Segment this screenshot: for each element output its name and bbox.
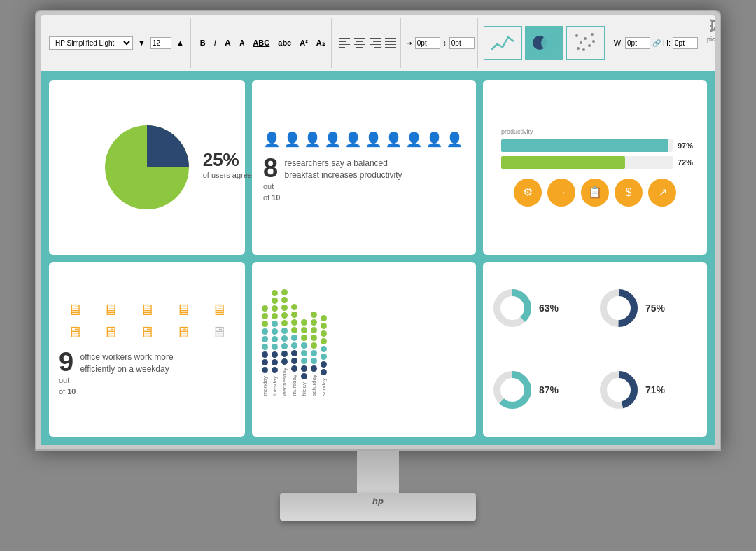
- icon-buttons-container: ⚙ → 📋 $ ↗: [491, 179, 699, 207]
- font-size-down[interactable]: ▼: [134, 36, 149, 49]
- abc2-button[interactable]: abc: [274, 36, 295, 49]
- progress-pct-2: 72%: [678, 158, 699, 167]
- person-icon-3: 👤: [304, 131, 321, 148]
- dot-col-friday: friday: [301, 319, 307, 396]
- dot: [272, 351, 278, 358]
- bold-button[interactable]: B: [197, 36, 209, 49]
- dot: [321, 354, 327, 360]
- line-chart-icon[interactable]: [484, 26, 522, 60]
- dot: [281, 297, 288, 303]
- donut-svg-63: [491, 287, 533, 329]
- computer-icon-6: 🖥: [59, 323, 91, 342]
- dot: [272, 328, 278, 335]
- align-group: [335, 18, 401, 68]
- person-icon-10: 👤: [446, 131, 463, 148]
- pie-label: of users agree: [203, 171, 252, 179]
- dot: [321, 315, 327, 321]
- computer-fraction: outof 10: [59, 375, 76, 397]
- day-label-thursday: thursday: [291, 375, 298, 396]
- height-input[interactable]: [673, 37, 698, 49]
- dot: [281, 351, 288, 357]
- dot: [272, 305, 278, 312]
- donut-svg-75: [598, 287, 640, 329]
- monitor: HP Simplified Light ▼ ▲ B I A A ABC abc …: [28, 10, 728, 542]
- computer-icon-5: 🖥: [203, 301, 235, 319]
- dot: [281, 328, 288, 334]
- align-right-icon[interactable]: [368, 36, 382, 49]
- scatter-chart-icon[interactable]: [566, 26, 605, 60]
- font-size-up[interactable]: ▲: [173, 36, 188, 49]
- dot: [262, 344, 268, 350]
- dot: [262, 321, 268, 327]
- dot: [281, 358, 288, 365]
- computer-icon-8: 🖥: [131, 323, 163, 342]
- progress-card: productivity 97% 72%: [483, 80, 707, 255]
- donut-pct-71: 71%: [645, 384, 665, 396]
- font-family-select[interactable]: HP Simplified Light: [49, 36, 133, 50]
- spacing-input[interactable]: [449, 37, 475, 49]
- progress-wrapper: productivity 97% 72%: [491, 128, 699, 173]
- person-icon-5: 👤: [344, 131, 362, 148]
- dot: [311, 342, 317, 349]
- dot-group-sunday: [321, 315, 327, 375]
- align-left-icon[interactable]: [337, 36, 351, 49]
- day-label-friday: friday: [301, 382, 307, 396]
- dot: [321, 369, 327, 375]
- font-size-input[interactable]: [150, 37, 172, 49]
- dot: [272, 290, 278, 296]
- italic-button[interactable]: I: [211, 36, 220, 49]
- person-icon-9: 👤: [426, 131, 443, 148]
- dot: [262, 367, 268, 373]
- progress-fill-2: [501, 156, 625, 169]
- chart-up-icon-btn[interactable]: ↗: [648, 179, 676, 207]
- dot-chart-container: monday: [262, 305, 466, 396]
- dot: [321, 346, 327, 352]
- dot: [301, 319, 307, 326]
- dot-col-tuesday: tuesday: [272, 290, 278, 396]
- circle-chart-icon[interactable]: [525, 26, 564, 60]
- gear-icon-btn[interactable]: ⚙: [514, 179, 542, 207]
- width-input[interactable]: [625, 37, 650, 49]
- dot: [262, 313, 268, 319]
- style-group: B I A A ABC abc A² A₂: [194, 18, 332, 68]
- screen: HP Simplified Light ▼ ▲ B I A A ABC abc …: [41, 15, 715, 445]
- superscript-button[interactable]: A²: [296, 36, 312, 49]
- dot-col-sunday: sunday: [321, 315, 327, 396]
- line-chart-svg: [489, 30, 517, 55]
- donut-item-75: 75%: [598, 270, 699, 347]
- dot: [321, 330, 327, 337]
- computer-icon-4: 🖥: [167, 301, 200, 319]
- toolbar: HP Simplified Light ▼ ▲ B I A A ABC abc …: [41, 15, 715, 71]
- breakfast-fraction: outof 10: [263, 181, 280, 203]
- donut-svg-87: [491, 369, 533, 411]
- arrow-icon-btn[interactable]: →: [547, 179, 575, 207]
- chart-type-group: [481, 18, 608, 68]
- chart-icons-container: [484, 26, 605, 60]
- day-label-tuesday: tuesday: [272, 376, 278, 396]
- align-center-icon[interactable]: [353, 36, 367, 49]
- indent-input[interactable]: [415, 37, 440, 49]
- computer-icon-2: 🖥: [95, 301, 127, 319]
- dot: [321, 323, 327, 329]
- subscript-button[interactable]: A₂: [313, 36, 328, 50]
- donut-pct-75: 75%: [645, 302, 665, 314]
- pie-svg: [98, 118, 196, 216]
- clipboard-icon-btn[interactable]: 📋: [581, 179, 609, 207]
- day-label-monday: monday: [262, 376, 268, 396]
- dollar-icon-btn[interactable]: $: [615, 179, 643, 207]
- progress-bar-row-2: 72%: [501, 156, 699, 169]
- dot: [311, 312, 317, 318]
- progress-track-1: [501, 139, 673, 152]
- indent-icon: ⇥: [407, 39, 412, 47]
- abc-button[interactable]: ABC: [249, 36, 273, 49]
- donut-item-63: 63%: [491, 270, 592, 347]
- computer-icon-10: 🖥: [203, 323, 235, 342]
- progress-title: productivity: [501, 128, 699, 135]
- dot: [311, 319, 317, 326]
- text-size-a1[interactable]: A: [221, 36, 234, 50]
- person-icon-8: 👤: [405, 131, 423, 148]
- computer-description: office workers work more efficiently on …: [80, 349, 192, 375]
- dot: [321, 361, 327, 368]
- text-size-a2[interactable]: A: [236, 37, 248, 49]
- align-justify-icon[interactable]: [384, 36, 398, 49]
